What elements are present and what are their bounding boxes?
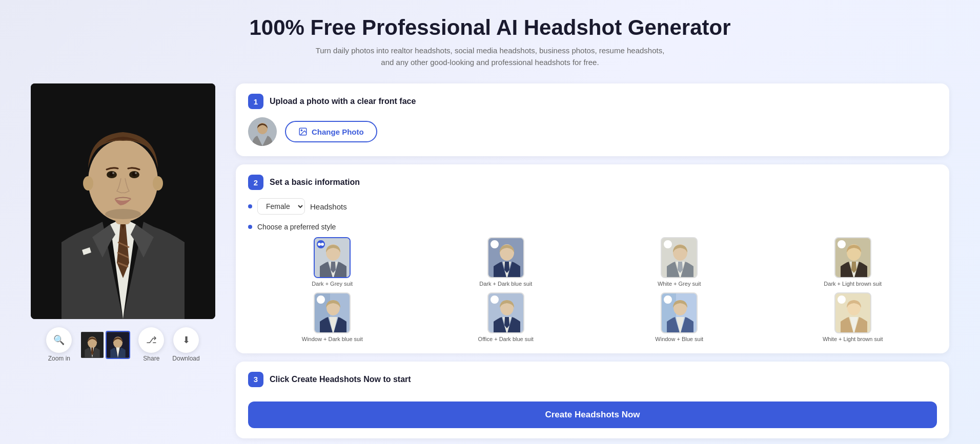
main-image-container [31, 83, 215, 319]
style-bullet [248, 225, 252, 229]
thumbnail-controls: 🔍 Zoom in [46, 327, 199, 362]
style-img-office-darkblue [487, 292, 524, 333]
zoom-in-button[interactable]: 🔍 Zoom in [46, 327, 72, 362]
step3-header: 3 Click Create Headshots Now to start [248, 372, 937, 387]
main-portrait-image [31, 83, 215, 319]
style-caption-dark-lightbrown: Dark + Light brown suit [824, 280, 882, 287]
create-headshots-button[interactable]: Create Headshots Now [248, 401, 937, 428]
style-caption-office-darkblue: Office + Dark blue suit [478, 335, 534, 343]
style-item-window-blue[interactable]: Window + Blue suit [595, 292, 764, 343]
upload-row: Change Photo [248, 117, 937, 146]
page-header: 100% Free Professional AI Headshot Gener… [31, 15, 949, 68]
style-img-dark-darkblue [487, 237, 524, 278]
step2-badge: 2 [248, 175, 263, 190]
share-icon: ⎇ [138, 327, 164, 353]
step1-title: Upload a photo with a clear front face [270, 97, 416, 106]
svg-point-11 [135, 172, 137, 174]
download-icon: ⬇ [173, 327, 199, 353]
style-item-dark-grey[interactable]: Dark + Grey suit [248, 237, 417, 287]
download-button[interactable]: ⬇ Download [172, 327, 199, 362]
thumbnail-1[interactable] [80, 331, 105, 359]
left-panel: 🔍 Zoom in [31, 83, 215, 362]
right-panel: 1 Upload a photo with a clear front face [236, 83, 949, 438]
step2-header: 2 Set a basic information [248, 175, 937, 190]
change-photo-button[interactable]: Change Photo [285, 121, 377, 142]
svg-point-10 [112, 172, 114, 174]
style-item-window-darkblue[interactable]: Window + Dark blue suit [248, 292, 417, 343]
style-img-dark-grey [314, 237, 351, 278]
share-label: Share [143, 355, 159, 362]
style-img-white-grey [661, 237, 698, 278]
change-photo-label: Change Photo [312, 128, 364, 136]
style-caption-window-darkblue: Window + Dark blue suit [302, 335, 363, 343]
download-label: Download [172, 355, 199, 362]
style-img-dark-lightbrown [834, 237, 871, 278]
step1-header: 1 Upload a photo with a clear front face [248, 94, 937, 109]
style-caption-window-blue: Window + Blue suit [655, 335, 703, 343]
style-radio-dark-lightbrown [838, 240, 846, 248]
thumbnails-group [80, 331, 130, 359]
style-label-row: Choose a preferred style [248, 223, 937, 231]
style-radio-dark-darkblue [491, 240, 499, 248]
style-img-window-blue [661, 292, 698, 333]
gender-select[interactable]: MaleFemale [257, 198, 305, 215]
headshots-label: Headshots [310, 202, 347, 211]
style-item-white-lightbrown[interactable]: White + Light brown suit [769, 292, 937, 343]
style-img-white-lightbrown [834, 292, 871, 333]
svg-point-22 [301, 130, 302, 131]
zoom-in-label: Zoom in [48, 355, 70, 362]
style-item-white-grey[interactable]: White + Grey suit [595, 237, 764, 287]
create-headshots-label: Create Headshots Now [545, 410, 640, 419]
style-caption-white-grey: White + Grey suit [658, 280, 701, 287]
avatar [248, 117, 277, 146]
gender-row: MaleFemale Headshots [248, 198, 937, 215]
svg-point-13 [153, 176, 163, 191]
step3-card: 3 Click Create Headshots Now to start Cr… [236, 362, 949, 438]
share-button[interactable]: ⎇ Share [138, 327, 164, 362]
step1-badge: 1 [248, 94, 263, 109]
style-item-dark-darkblue[interactable]: Dark + Dark blue suit [422, 237, 590, 287]
page-subtitle: Turn daily photos into realtor headshots… [311, 45, 669, 68]
style-radio-office-darkblue [491, 295, 499, 304]
thumbnail-2[interactable] [106, 331, 130, 359]
step3-badge: 3 [248, 372, 263, 387]
svg-point-14 [105, 209, 141, 219]
zoom-in-icon: 🔍 [46, 327, 72, 353]
gender-bullet [248, 204, 252, 208]
step3-title: Click Create Headshots Now to start [270, 375, 411, 384]
style-caption-white-lightbrown: White + Light brown suit [823, 335, 883, 343]
step1-card: 1 Upload a photo with a clear front face [236, 83, 949, 156]
styles-grid: Dark + Grey suit [248, 237, 937, 343]
style-caption-dark-darkblue: Dark + Dark blue suit [479, 280, 532, 287]
image-icon [298, 127, 308, 136]
style-radio-white-lightbrown [838, 295, 846, 304]
style-item-dark-lightbrown[interactable]: Dark + Light brown suit [769, 237, 937, 287]
style-section: Choose a preferred style [248, 223, 937, 343]
style-item-office-darkblue[interactable]: Office + Dark blue suit [422, 292, 590, 343]
style-caption-dark-grey: Dark + Grey suit [312, 280, 353, 287]
step2-card: 2 Set a basic information MaleFemale Hea… [236, 164, 949, 353]
page-title: 100% Free Professional AI Headshot Gener… [31, 15, 949, 40]
style-img-window-darkblue [314, 292, 351, 333]
style-label: Choose a preferred style [257, 223, 336, 231]
step2-title: Set a basic information [270, 178, 360, 187]
svg-point-12 [83, 176, 93, 191]
